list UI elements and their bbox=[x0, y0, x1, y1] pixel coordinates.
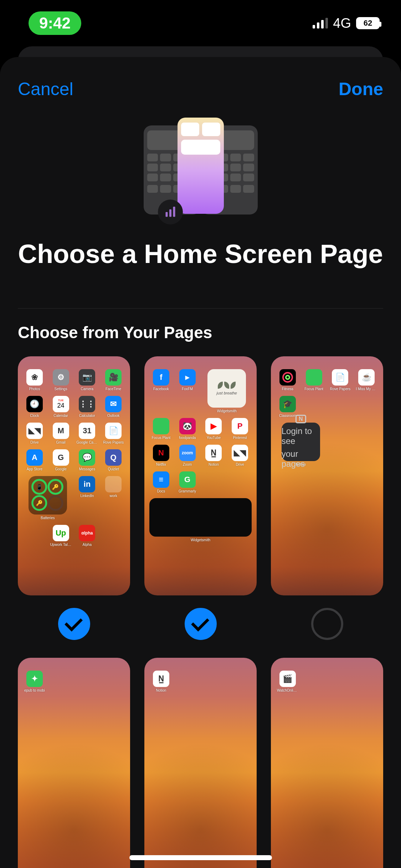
app-icon: work bbox=[102, 476, 125, 520]
app-icon: 31Google Calendar bbox=[76, 423, 99, 444]
page-thumbnail[interactable]: ❀Photos⚙Settings📷Camera🎥FaceTime🕘ClockTU… bbox=[18, 356, 130, 595]
app-label: FaceTime bbox=[103, 387, 124, 391]
svg-text:🔑: 🔑 bbox=[52, 484, 59, 490]
app-label: Zoom bbox=[177, 463, 198, 466]
app-icon: Focus Plant bbox=[149, 418, 173, 440]
svg-text:📱: 📱 bbox=[36, 484, 42, 490]
app-icon: ≡Docs bbox=[149, 471, 173, 493]
svg-rect-0 bbox=[165, 212, 168, 217]
app-icon: 💬Messages bbox=[76, 449, 99, 471]
app-icon: zoomZoom bbox=[176, 445, 199, 466]
app-label: Clock bbox=[24, 414, 45, 418]
page-thumbnail[interactable]: fFacebook▸FoxFMjust breatheWidgetsmithFo… bbox=[144, 356, 257, 595]
app-label: epub to mobi bbox=[24, 688, 45, 692]
app-icon: 🎓Classroom bbox=[276, 396, 299, 418]
focus-page-picker-sheet: Cancel Done Choose bbox=[0, 57, 401, 868]
svg-point-9 bbox=[48, 496, 62, 510]
app-label: Camera bbox=[76, 387, 98, 391]
cancel-button[interactable]: Cancel bbox=[18, 79, 73, 99]
app-label: Classroom bbox=[277, 414, 298, 418]
network-label: 4G bbox=[333, 16, 351, 31]
app-icon: PPinterest bbox=[228, 418, 252, 440]
app-icon: UpUpwork Talent bbox=[49, 525, 73, 547]
app-icon: N̲Notion bbox=[149, 671, 173, 692]
app-label: Widgetsmith bbox=[190, 538, 211, 542]
app-icon: N̲Notion bbox=[202, 445, 226, 466]
page-thumbnail[interactable]: N̲Notion bbox=[144, 658, 257, 868]
hero-card-center bbox=[178, 118, 224, 214]
app-icon: ❀Photos bbox=[23, 369, 46, 391]
app-icon: 📄Rove Papers bbox=[329, 369, 352, 391]
hero-illustration bbox=[18, 118, 383, 217]
focus-badge-icon bbox=[158, 200, 183, 224]
page-select-toggle[interactable] bbox=[58, 608, 90, 640]
app-icon: 📷Camera bbox=[76, 369, 99, 391]
app-label: WatchOnlineM... bbox=[277, 688, 298, 692]
app-icon: αlphaAlpha bbox=[76, 525, 99, 547]
svg-text:🔑: 🔑 bbox=[36, 500, 42, 506]
app-icon: AApp Store bbox=[23, 449, 46, 471]
app-label: foodpanda bbox=[177, 436, 198, 440]
app-label: work bbox=[103, 494, 124, 498]
app-icon: ▸FoxFM bbox=[176, 369, 199, 413]
page-thumbnail[interactable]: 🎬WatchOnlineM... bbox=[271, 658, 383, 868]
app-icon: QQuizlet bbox=[102, 449, 125, 471]
app-label: Netflix bbox=[150, 463, 172, 466]
app-icon: 🎥FaceTime bbox=[102, 369, 125, 391]
app-icon: ▶YouTube bbox=[202, 418, 226, 440]
app-label: Outlook bbox=[103, 414, 124, 418]
app-icon: GGrammarly bbox=[176, 471, 199, 493]
page-select-toggle[interactable] bbox=[185, 608, 217, 640]
cellular-signal-icon bbox=[313, 18, 328, 29]
app-icon: ⚙Settings bbox=[49, 369, 73, 391]
status-time[interactable]: 9:42 bbox=[29, 11, 81, 35]
app-icon: NLogin to seeyour pagesNotion bbox=[276, 423, 326, 466]
done-button[interactable]: Done bbox=[339, 79, 383, 99]
app-icon: 📱🔑🔑Batteries bbox=[23, 476, 73, 520]
app-label: Drive bbox=[24, 440, 45, 444]
app-icon: 🕘Clock bbox=[23, 396, 46, 418]
app-label: FoxFM bbox=[177, 387, 198, 391]
app-icon: ⋮⋮Calculator bbox=[76, 396, 99, 418]
pages-grid: ❀Photos⚙Settings📷Camera🎥FaceTime🕘ClockTU… bbox=[18, 356, 383, 868]
app-icon: Widgetsmith bbox=[149, 498, 252, 542]
app-label: Facebook bbox=[150, 387, 172, 391]
app-icon: 🎬WatchOnlineM... bbox=[276, 671, 299, 692]
app-icon: Fitness bbox=[276, 369, 299, 391]
app-label: Rove Papers bbox=[103, 440, 124, 444]
app-label: YouTube bbox=[203, 436, 224, 440]
app-label: Notion bbox=[150, 688, 172, 692]
app-label: Rove Papers bbox=[329, 387, 351, 391]
app-icon: ◣◥Drive bbox=[228, 445, 252, 466]
page-select-toggle[interactable] bbox=[311, 608, 343, 640]
app-label: Fitness bbox=[277, 387, 298, 391]
app-icon: just breatheWidgetsmith bbox=[202, 369, 252, 413]
app-label: Notion bbox=[290, 463, 312, 466]
app-label: Focus Plant bbox=[150, 436, 172, 440]
app-label: App Store bbox=[24, 467, 45, 471]
app-icon: ◣◥Drive bbox=[23, 423, 46, 444]
app-label: Settings bbox=[50, 387, 72, 391]
app-icon: 📄Rove Papers bbox=[102, 423, 125, 444]
app-icon: MGmail bbox=[49, 423, 73, 444]
app-label: Focus Plant bbox=[303, 387, 325, 391]
page-thumbnail[interactable]: FitnessFocus Plant📄Rove Papers☕I Miss My… bbox=[271, 356, 383, 595]
app-label: Grammarly bbox=[177, 489, 198, 493]
app-label: Widgetsmith bbox=[216, 409, 237, 413]
app-label: Messages bbox=[76, 467, 98, 471]
status-right: 4G 62 bbox=[313, 16, 380, 31]
app-icon: ✦epub to mobi bbox=[23, 671, 46, 692]
page-thumbnail[interactable]: ✦epub to mobi bbox=[18, 658, 130, 868]
app-label: Google Calendar bbox=[76, 440, 98, 444]
app-label: Drive bbox=[229, 463, 251, 466]
battery-icon: 62 bbox=[356, 17, 380, 29]
app-icon: 🐼foodpanda bbox=[176, 418, 199, 440]
page-title: Choose a Home Screen Page bbox=[18, 239, 383, 269]
app-label: Gmail bbox=[50, 440, 72, 444]
home-indicator[interactable] bbox=[129, 855, 272, 860]
app-icon: ✉Outlook bbox=[102, 396, 125, 418]
svg-rect-1 bbox=[169, 210, 171, 217]
battery-percent: 62 bbox=[356, 17, 380, 29]
app-label: Google bbox=[50, 467, 72, 471]
section-subtitle: Choose from Your Pages bbox=[18, 323, 383, 342]
